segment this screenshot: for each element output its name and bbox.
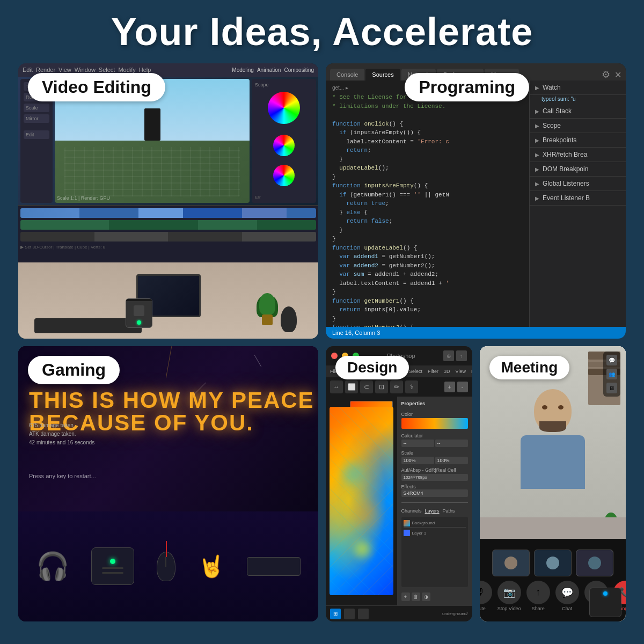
meeting-screen-icon[interactable]: 🖥 [606,383,617,393]
debug-callstack-section[interactable]: ▶ Call Stack [530,104,626,119]
code-if-inputs: if (inputsAreEmpty()) { [332,128,523,137]
participant-thumb-2 [534,550,572,576]
devtools-close[interactable]: ✕ [614,70,621,80]
scope-label-text: Scope [543,122,561,129]
layer-item-2[interactable]: Layer 1 [404,529,466,537]
debug-scope-section[interactable]: ▶ Scope [530,119,626,133]
code-return-inputs0: return inputs[0].value; [332,305,523,314]
meeting-mini-pc [589,588,621,617]
calc-value-1[interactable]: -- [401,440,434,447]
tab-console[interactable]: Console [330,69,364,80]
debug-global-section[interactable]: ▶ Global Listeners [530,177,626,191]
tab-layers[interactable]: Layers [425,508,440,514]
tool-healing[interactable]: ⚕ [405,380,418,393]
mute-button-group: 🎙 Mute [480,581,492,611]
properties-panel: Properties Color Calculator -- -- [397,397,472,605]
meeting-chat-icon[interactable]: 💬 [606,355,617,365]
video-button[interactable]: 📷 [497,581,521,604]
tab-animation[interactable]: Animation [257,67,281,73]
tool-edit[interactable]: Edit [24,130,49,139]
headset-icon: 🎧 [36,551,69,582]
gaming-keyboard [247,557,301,576]
chat-button[interactable]: 💬 [555,581,579,604]
search-icon[interactable]: ⊕ [443,350,454,361]
desk-scene [18,262,318,339]
menu-3d[interactable]: 3D [444,369,450,374]
menu-view[interactable]: View [58,67,71,73]
devtools-settings[interactable]: ⚙ [602,69,610,80]
menu-window[interactable]: Window [75,67,96,73]
share-icon[interactable]: ↑ [456,350,467,361]
debug-xhr-section[interactable]: ▶ XHR/fetch Brea [530,148,626,162]
person-body [521,435,585,489]
menu-help[interactable]: Help [139,67,151,73]
code-close-if: } [332,155,523,164]
meeting-controls-bar: 🎙 Mute 📷 Stop Video ↑ Share 💬 [480,539,626,621]
participant-thumbnails [492,550,613,576]
tool-select[interactable]: ⬜ [345,380,358,393]
prop-calculator: Calculator -- -- [401,433,468,447]
mute-button[interactable]: 🎙 [480,581,492,604]
code-blank [332,111,523,120]
debug-breakpoints-section[interactable]: ▶ Breakpoints [530,133,626,148]
taskbar-app-2[interactable] [358,609,369,619]
windows-icon[interactable]: ⊞ [330,609,341,619]
debug-event-section[interactable]: ▶ Event Listener B [530,191,626,206]
menu-render[interactable]: Render [36,67,55,73]
prop-color-label: Color [401,412,468,417]
meeting-people-icon[interactable]: 👥 [606,369,617,379]
menu-plugins[interactable]: Plugins [471,369,472,374]
code-getnumber1: function getNumber1() { [332,297,523,306]
glow-element-3 [355,541,371,558]
tab-sources[interactable]: Sources [365,69,400,80]
design-main-content: Properties Color Calculator -- -- [326,397,472,605]
taskbar-app-1[interactable] [344,609,355,619]
menu-filter[interactable]: Filter [428,369,438,374]
tab-channels[interactable]: Channels [401,508,422,514]
power-led [110,559,115,564]
mouse-cable [166,541,167,557]
scale-w[interactable]: 100% [401,457,434,464]
circuit-pattern [330,407,393,595]
participant-thumb-3 [576,550,613,576]
new-layer-icon[interactable]: + [401,592,410,601]
tool-mirror[interactable]: Mirror [24,114,49,123]
tool-brush[interactable]: ✏ [390,380,403,393]
tool-scale[interactable]: Scale [24,104,49,112]
address-value[interactable]: 1024×768px [401,474,468,481]
menu-edit[interactable]: Edit [23,67,33,73]
tool-move[interactable]: ↔ [330,380,343,393]
prop-address-label: Auf/Absp - GdR|Real Cell [401,467,468,473]
code-label-error: label.textContent = 'Error: c [332,137,523,147]
tool-crop[interactable]: ⊡ [375,380,388,393]
menu-select-ps[interactable]: Select [409,369,422,374]
calc-value-2[interactable]: -- [435,440,468,447]
tab-paths[interactable]: Paths [443,508,455,514]
zoom-out-icon[interactable]: - [457,382,468,392]
menu-view-ps[interactable]: View [456,369,466,374]
menu-modify[interactable]: Modify [118,67,135,73]
zoom-in-icon[interactable]: + [444,382,455,392]
xhr-label: XHR/fetch Brea [543,151,587,158]
use-case-grid: Video Editing Edit Render View Window Se… [16,63,628,621]
tab-compositing[interactable]: Compositing [284,67,314,73]
properties-title: Properties [401,401,468,406]
window-close[interactable] [331,353,338,359]
scale-h[interactable]: 100% [435,457,468,464]
color-gradient-preview [401,418,468,429]
delete-layer-icon[interactable]: 🗑 [412,592,420,601]
tab-modeling[interactable]: Modeling [232,67,254,73]
layer-item-1[interactable]: Background [404,519,466,528]
adjustment-icon[interactable]: ◑ [422,592,430,601]
menu-select[interactable]: Select [99,67,115,73]
share-button[interactable]: ↑ [526,581,550,604]
debug-dom-section[interactable]: ▶ DOM Breakpoin [530,162,626,177]
timeline-video-track [20,208,316,218]
debug-watch-section[interactable]: ▶ Watch [530,80,626,95]
code-close-onclick: } [332,173,523,182]
timeline-status: ▶ Set 3D-Cursor | Translate | Cube | Ver… [20,245,316,250]
gaming-desk: 🎧 🤘 [18,511,318,621]
effects-value[interactable]: S-IRCM4 [401,489,468,497]
tool-lasso[interactable]: ⊂ [360,380,373,393]
combat-line-2: ATK damage taken. [29,430,94,438]
